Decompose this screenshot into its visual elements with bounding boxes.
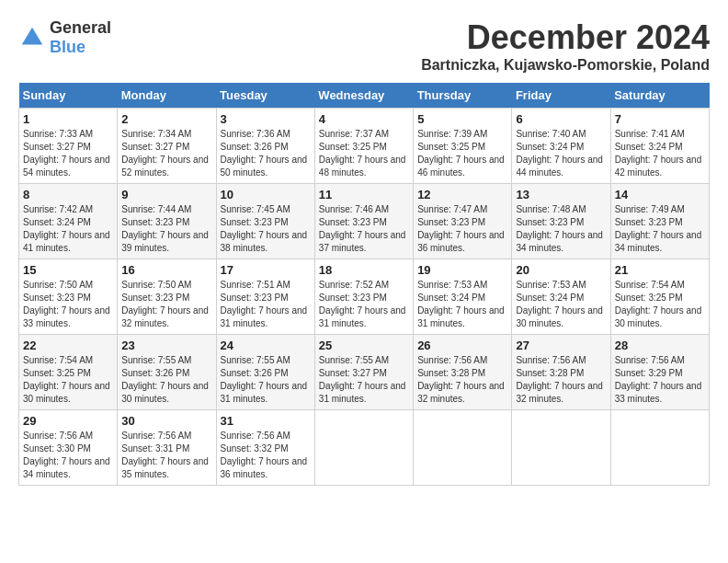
calendar-cell: 27 Sunrise: 7:56 AM Sunset: 3:28 PM Dayl…: [512, 335, 610, 410]
day-info: Sunrise: 7:56 AM Sunset: 3:28 PM Dayligh…: [516, 354, 606, 406]
logo-icon: [18, 24, 46, 52]
day-info: Sunrise: 7:53 AM Sunset: 3:24 PM Dayligh…: [417, 279, 507, 330]
calendar-cell: 20 Sunrise: 7:53 AM Sunset: 3:24 PM Dayl…: [512, 259, 610, 335]
day-info: Sunrise: 7:49 AM Sunset: 3:23 PM Dayligh…: [615, 203, 705, 255]
day-info: Sunrise: 7:56 AM Sunset: 3:29 PM Dayligh…: [615, 354, 705, 406]
day-info: Sunrise: 7:45 AM Sunset: 3:23 PM Dayligh…: [221, 203, 311, 255]
day-info: Sunrise: 7:48 AM Sunset: 3:23 PM Dayligh…: [516, 203, 606, 255]
day-info: Sunrise: 7:44 AM Sunset: 3:23 PM Dayligh…: [121, 203, 211, 255]
location-title: Bartniczka, Kujawsko-Pomorskie, Poland: [421, 57, 710, 74]
col-friday: Friday: [512, 83, 610, 109]
day-number: 9: [121, 188, 211, 201]
calendar-cell: 6 Sunrise: 7:40 AM Sunset: 3:24 PM Dayli…: [512, 109, 610, 184]
day-info: Sunrise: 7:37 AM Sunset: 3:25 PM Dayligh…: [319, 128, 409, 179]
month-title: December 2024: [421, 18, 710, 57]
day-number: 2: [121, 112, 211, 126]
day-info: Sunrise: 7:39 AM Sunset: 3:25 PM Dayligh…: [417, 128, 507, 179]
calendar: Sunday Monday Tuesday Wednesday Thursday…: [18, 83, 710, 486]
calendar-cell: 24 Sunrise: 7:55 AM Sunset: 3:26 PM Dayl…: [216, 335, 314, 410]
day-number: 12: [417, 188, 507, 201]
day-number: 26: [417, 339, 507, 352]
day-number: 29: [23, 414, 113, 428]
day-number: 14: [615, 188, 705, 201]
calendar-week-5: 29 Sunrise: 7:56 AM Sunset: 3:30 PM Dayl…: [19, 410, 710, 486]
day-number: 7: [615, 112, 705, 126]
calendar-week-3: 15 Sunrise: 7:50 AM Sunset: 3:23 PM Dayl…: [19, 259, 710, 335]
day-number: 15: [23, 263, 113, 277]
calendar-cell: [314, 410, 413, 486]
logo-blue: Blue: [50, 38, 85, 56]
calendar-cell: 10 Sunrise: 7:45 AM Sunset: 3:23 PM Dayl…: [216, 184, 314, 259]
col-thursday: Thursday: [414, 83, 512, 109]
day-info: Sunrise: 7:46 AM Sunset: 3:23 PM Dayligh…: [319, 203, 409, 255]
col-wednesday: Wednesday: [314, 83, 413, 109]
day-info: Sunrise: 7:52 AM Sunset: 3:23 PM Dayligh…: [319, 279, 409, 330]
calendar-cell: 15 Sunrise: 7:50 AM Sunset: 3:23 PM Dayl…: [19, 259, 118, 335]
title-section: December 2024 Bartniczka, Kujawsko-Pomor…: [421, 18, 710, 74]
calendar-cell: 5 Sunrise: 7:39 AM Sunset: 3:25 PM Dayli…: [414, 109, 512, 184]
day-info: Sunrise: 7:54 AM Sunset: 3:25 PM Dayligh…: [615, 279, 705, 330]
day-number: 3: [221, 112, 311, 126]
day-number: 22: [23, 339, 113, 352]
day-number: 20: [516, 263, 606, 277]
calendar-cell: 31 Sunrise: 7:56 AM Sunset: 3:32 PM Dayl…: [216, 410, 314, 486]
calendar-cell: 19 Sunrise: 7:53 AM Sunset: 3:24 PM Dayl…: [414, 259, 512, 335]
day-info: Sunrise: 7:56 AM Sunset: 3:28 PM Dayligh…: [417, 354, 507, 406]
day-info: Sunrise: 7:55 AM Sunset: 3:26 PM Dayligh…: [221, 354, 311, 406]
calendar-cell: 13 Sunrise: 7:48 AM Sunset: 3:23 PM Dayl…: [512, 184, 610, 259]
col-monday: Monday: [118, 83, 216, 109]
calendar-cell: 1 Sunrise: 7:33 AM Sunset: 3:27 PM Dayli…: [19, 109, 118, 184]
day-number: 28: [615, 339, 705, 352]
day-info: Sunrise: 7:36 AM Sunset: 3:26 PM Dayligh…: [221, 128, 311, 179]
day-number: 8: [23, 188, 113, 201]
day-info: Sunrise: 7:56 AM Sunset: 3:32 PM Dayligh…: [221, 430, 311, 481]
calendar-cell: [610, 410, 709, 486]
calendar-week-4: 22 Sunrise: 7:54 AM Sunset: 3:25 PM Dayl…: [19, 335, 710, 410]
day-info: Sunrise: 7:50 AM Sunset: 3:23 PM Dayligh…: [121, 279, 211, 330]
calendar-cell: 8 Sunrise: 7:42 AM Sunset: 3:24 PM Dayli…: [19, 184, 118, 259]
day-number: 23: [121, 339, 211, 352]
calendar-cell: 29 Sunrise: 7:56 AM Sunset: 3:30 PM Dayl…: [19, 410, 118, 486]
day-info: Sunrise: 7:41 AM Sunset: 3:24 PM Dayligh…: [615, 128, 705, 179]
calendar-cell: 16 Sunrise: 7:50 AM Sunset: 3:23 PM Dayl…: [118, 259, 216, 335]
header: General Blue December 2024 Bartniczka, K…: [18, 18, 710, 74]
calendar-cell: 9 Sunrise: 7:44 AM Sunset: 3:23 PM Dayli…: [118, 184, 216, 259]
calendar-week-1: 1 Sunrise: 7:33 AM Sunset: 3:27 PM Dayli…: [19, 109, 710, 184]
calendar-cell: 22 Sunrise: 7:54 AM Sunset: 3:25 PM Dayl…: [19, 335, 118, 410]
calendar-cell: 21 Sunrise: 7:54 AM Sunset: 3:25 PM Dayl…: [610, 259, 709, 335]
day-info: Sunrise: 7:54 AM Sunset: 3:25 PM Dayligh…: [23, 354, 113, 406]
day-number: 6: [516, 112, 606, 126]
calendar-cell: 17 Sunrise: 7:51 AM Sunset: 3:23 PM Dayl…: [216, 259, 314, 335]
day-info: Sunrise: 7:55 AM Sunset: 3:26 PM Dayligh…: [121, 354, 211, 406]
calendar-cell: 7 Sunrise: 7:41 AM Sunset: 3:24 PM Dayli…: [610, 109, 709, 184]
calendar-cell: 28 Sunrise: 7:56 AM Sunset: 3:29 PM Dayl…: [610, 335, 709, 410]
day-number: 19: [417, 263, 507, 277]
day-number: 30: [121, 414, 211, 428]
calendar-cell: 26 Sunrise: 7:56 AM Sunset: 3:28 PM Dayl…: [414, 335, 512, 410]
logo-text: General Blue: [50, 18, 111, 57]
calendar-cell: 25 Sunrise: 7:55 AM Sunset: 3:27 PM Dayl…: [314, 335, 413, 410]
day-number: 18: [319, 263, 409, 277]
day-number: 24: [221, 339, 311, 352]
day-info: Sunrise: 7:51 AM Sunset: 3:23 PM Dayligh…: [221, 279, 311, 330]
logo: General Blue: [18, 18, 111, 57]
calendar-cell: [414, 410, 512, 486]
day-info: Sunrise: 7:33 AM Sunset: 3:27 PM Dayligh…: [23, 128, 113, 179]
day-number: 27: [516, 339, 606, 352]
calendar-cell: 4 Sunrise: 7:37 AM Sunset: 3:25 PM Dayli…: [314, 109, 413, 184]
day-number: 17: [221, 263, 311, 277]
col-sunday: Sunday: [19, 83, 118, 109]
calendar-cell: 2 Sunrise: 7:34 AM Sunset: 3:27 PM Dayli…: [118, 109, 216, 184]
day-number: 1: [23, 112, 113, 126]
day-number: 31: [221, 414, 311, 428]
day-number: 5: [417, 112, 507, 126]
logo-general: General: [50, 18, 111, 37]
col-saturday: Saturday: [610, 83, 709, 109]
day-info: Sunrise: 7:47 AM Sunset: 3:23 PM Dayligh…: [417, 203, 507, 255]
day-number: 10: [221, 188, 311, 201]
day-info: Sunrise: 7:56 AM Sunset: 3:30 PM Dayligh…: [23, 430, 113, 481]
day-info: Sunrise: 7:40 AM Sunset: 3:24 PM Dayligh…: [516, 128, 606, 179]
calendar-header-row: Sunday Monday Tuesday Wednesday Thursday…: [19, 83, 710, 109]
day-number: 11: [319, 188, 409, 201]
day-number: 16: [121, 263, 211, 277]
